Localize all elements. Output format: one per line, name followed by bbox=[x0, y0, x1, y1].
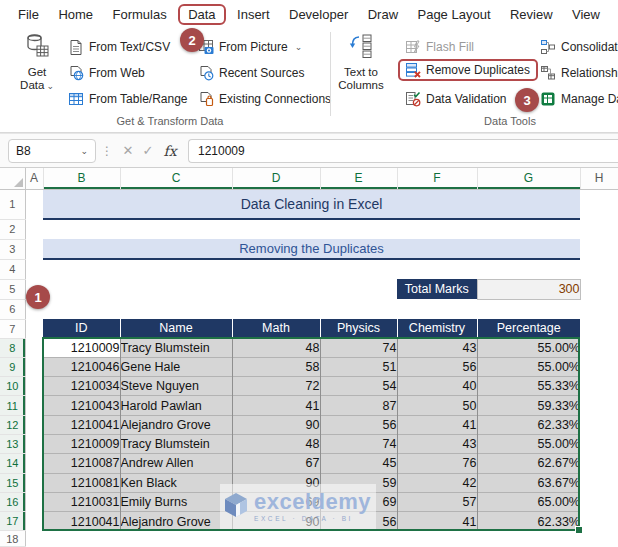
column-header-H[interactable]: H bbox=[580, 168, 618, 189]
cell-A8[interactable] bbox=[25, 338, 43, 357]
cell-H8[interactable] bbox=[580, 338, 618, 357]
table-cell-r10c2[interactable]: 72 bbox=[232, 377, 320, 396]
tab-insert[interactable]: Insert bbox=[233, 5, 274, 24]
table-cell-r12c3[interactable]: 56 bbox=[320, 415, 397, 434]
cell-A2[interactable] bbox=[25, 219, 43, 239]
fill-handle[interactable] bbox=[575, 526, 583, 534]
table-cell-r9c3[interactable]: 51 bbox=[320, 357, 397, 376]
table-header-physics[interactable]: Physics bbox=[320, 319, 397, 338]
tab-page-layout[interactable]: Page Layout bbox=[413, 5, 494, 24]
row-header-6[interactable]: 6 bbox=[0, 299, 25, 319]
cell-A13[interactable] bbox=[25, 434, 43, 453]
table-header-percentage[interactable]: Percentage bbox=[477, 319, 580, 338]
table-cell-r9c5[interactable]: 55.00% bbox=[477, 357, 580, 376]
table-cell-r16c4[interactable]: 57 bbox=[397, 492, 477, 511]
table-cell-r16c2[interactable]: 69 bbox=[232, 492, 320, 511]
relationships-button[interactable]: Relationships bbox=[540, 62, 618, 84]
table-cell-r10c5[interactable]: 55.33% bbox=[477, 377, 580, 396]
table-cell-r14c1[interactable]: Andrew Allen bbox=[120, 454, 232, 473]
row-header-15[interactable]: 15 bbox=[0, 473, 25, 492]
tab-review[interactable]: Review bbox=[506, 5, 557, 24]
table-cell-r12c4[interactable]: 41 bbox=[397, 415, 477, 434]
cell-A17[interactable] bbox=[25, 512, 43, 531]
row-header-2[interactable]: 2 bbox=[0, 219, 25, 239]
cell-H3[interactable] bbox=[580, 239, 618, 259]
table-cell-r9c2[interactable]: 58 bbox=[232, 357, 320, 376]
table-cell-r9c0[interactable]: 1210046 bbox=[43, 357, 120, 376]
table-cell-r14c3[interactable]: 45 bbox=[320, 454, 397, 473]
column-header-D[interactable]: D bbox=[232, 168, 320, 189]
row-header-11[interactable]: 11 bbox=[0, 396, 25, 415]
subtitle-banner[interactable]: Removing the Duplicates bbox=[43, 239, 580, 259]
row-header-14[interactable]: 14 bbox=[0, 454, 25, 473]
table-cell-r17c0[interactable]: 1210041 bbox=[43, 512, 120, 531]
tab-formulas[interactable]: Formulas bbox=[109, 5, 171, 24]
from-web-button[interactable]: From Web bbox=[68, 62, 145, 84]
table-cell-r17c4[interactable]: 41 bbox=[397, 512, 477, 531]
row-header-17[interactable]: 17 bbox=[0, 512, 25, 531]
table-cell-r14c2[interactable]: 67 bbox=[232, 454, 320, 473]
row-header-3[interactable]: 3 bbox=[0, 239, 25, 259]
cancel-icon[interactable]: ✕ bbox=[118, 143, 138, 158]
column-header-E[interactable]: E bbox=[320, 168, 397, 189]
cell-H7[interactable] bbox=[580, 319, 618, 338]
table-cell-r11c0[interactable]: 1210043 bbox=[43, 396, 120, 415]
cell-H5[interactable] bbox=[580, 279, 618, 299]
cell-range-2[interactable] bbox=[43, 219, 580, 239]
table-cell-r10c0[interactable]: 1210034 bbox=[43, 377, 120, 396]
table-cell-r13c2[interactable]: 48 bbox=[232, 434, 320, 453]
cell-H1[interactable] bbox=[580, 189, 618, 219]
flash-fill-button[interactable]: Flash Fill bbox=[405, 36, 474, 58]
table-cell-r16c1[interactable]: Emily Burns bbox=[120, 492, 232, 511]
row-header-9[interactable]: 9 bbox=[0, 357, 25, 376]
table-cell-r11c2[interactable]: 41 bbox=[232, 396, 320, 415]
tab-data[interactable]: Data bbox=[178, 4, 225, 25]
table-cell-r12c0[interactable]: 1210041 bbox=[43, 415, 120, 434]
row-header-12[interactable]: 12 bbox=[0, 415, 25, 434]
table-cell-r17c3[interactable]: 56 bbox=[320, 512, 397, 531]
table-header-name[interactable]: Name bbox=[120, 319, 232, 338]
cell-A9[interactable] bbox=[25, 357, 43, 376]
table-cell-r13c3[interactable]: 74 bbox=[320, 434, 397, 453]
table-cell-r17c1[interactable]: Alejandro Grove bbox=[120, 512, 232, 531]
table-cell-r10c1[interactable]: Steve Nguyen bbox=[120, 377, 232, 396]
table-cell-r10c3[interactable]: 54 bbox=[320, 377, 397, 396]
table-cell-r8c1[interactable]: Tracy Blumstein bbox=[120, 338, 232, 357]
table-cell-r8c0[interactable]: 1210009 bbox=[43, 338, 120, 357]
text-to-columns-button[interactable]: Text to Columns bbox=[334, 33, 388, 92]
insert-function-icon[interactable]: fx bbox=[158, 143, 182, 159]
table-cell-r15c4[interactable]: 42 bbox=[397, 473, 477, 492]
row-header-8[interactable]: 8 bbox=[0, 338, 25, 357]
get-data-button[interactable]: Get Data⌄ bbox=[12, 33, 62, 93]
cell-H11[interactable] bbox=[580, 396, 618, 415]
consolidate-button[interactable]: Consolidate bbox=[540, 36, 618, 58]
select-all-corner[interactable] bbox=[0, 168, 25, 189]
column-header-G[interactable]: G bbox=[477, 168, 580, 189]
table-cell-r11c4[interactable]: 50 bbox=[397, 396, 477, 415]
table-cell-r12c1[interactable]: Alejandro Grove bbox=[120, 415, 232, 434]
column-header-A[interactable]: A bbox=[25, 168, 43, 189]
cell-A3[interactable] bbox=[25, 239, 43, 259]
cell-A1[interactable] bbox=[25, 189, 43, 219]
tab-draw[interactable]: Draw bbox=[364, 5, 402, 24]
cell-H2[interactable] bbox=[580, 219, 618, 239]
row-header-1[interactable]: 1 bbox=[0, 189, 25, 219]
row-header-13[interactable]: 13 bbox=[0, 434, 25, 453]
table-cell-r16c3[interactable]: 69 bbox=[320, 492, 397, 511]
table-cell-r15c3[interactable]: 59 bbox=[320, 473, 397, 492]
tab-view[interactable]: View bbox=[568, 5, 604, 24]
table-cell-r8c4[interactable]: 43 bbox=[397, 338, 477, 357]
cell-B5[interactable] bbox=[43, 279, 120, 299]
cell-range-6[interactable] bbox=[43, 299, 580, 319]
recent-sources-button[interactable]: Recent Sources bbox=[198, 62, 304, 84]
table-cell-r17c2[interactable]: 90 bbox=[232, 512, 320, 531]
cell-A12[interactable] bbox=[25, 415, 43, 434]
cell-H17[interactable] bbox=[580, 512, 618, 531]
table-header-math[interactable]: Math bbox=[232, 319, 320, 338]
tab-file[interactable]: File bbox=[14, 5, 43, 24]
row-header-18[interactable]: 18 bbox=[0, 531, 25, 547]
cell-A18[interactable] bbox=[25, 531, 43, 547]
column-header-C[interactable]: C bbox=[120, 168, 232, 189]
cell-H15[interactable] bbox=[580, 473, 618, 492]
tab-developer[interactable]: Developer bbox=[285, 5, 352, 24]
